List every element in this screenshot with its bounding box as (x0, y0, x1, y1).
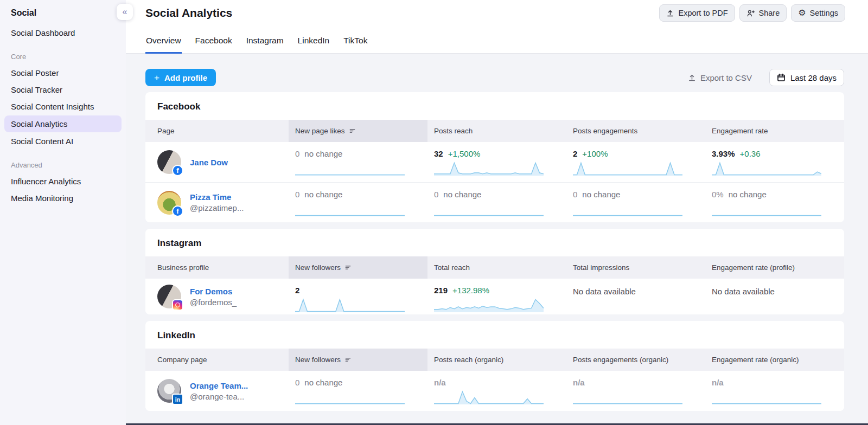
sparkline (573, 202, 682, 216)
column-header-company-page[interactable]: Company page (145, 356, 289, 364)
toolbar: + Add profile Export to CSV Last 28 days (145, 69, 844, 86)
metric-engagement-rate-organic: n/a (705, 371, 844, 404)
metric-value: n/a (573, 378, 585, 387)
metric-posts-engagements-organic: n/a (566, 371, 705, 404)
metric-change: no change (443, 190, 481, 199)
linkedin-card: LinkedIn Company page New followers Post… (145, 321, 844, 411)
column-header-new-page-likes[interactable]: New page likes (289, 120, 427, 142)
settings-button[interactable]: ⚙ Settings (791, 4, 845, 22)
metric-change: +1,500% (448, 149, 481, 158)
metric-value: 0 (573, 190, 577, 199)
metric-value: n/a (434, 378, 446, 387)
avatar[interactable]: f (157, 150, 181, 174)
column-header-engagement-rate-organic[interactable]: Engagement rate (organic) (705, 356, 844, 364)
tab-tiktok[interactable]: TikTok (343, 31, 368, 54)
sidebar-item-media-monitoring[interactable]: Media Monitoring (0, 190, 126, 207)
table-row: f Jane Dow 0no change 32+1,500% (145, 142, 844, 182)
profile-cell: For Demos @fordemos_ (145, 285, 289, 308)
column-label: New followers (295, 263, 341, 272)
column-header-posts-engagements-organic[interactable]: Posts engagements (organic) (566, 356, 705, 364)
export-pdf-button[interactable]: Export to PDF (659, 4, 735, 22)
content: + Add profile Export to CSV Last 28 days (126, 54, 868, 425)
tab-bar: Overview Facebook Instagram LinkedIn Tik… (126, 31, 868, 54)
metric-change: +100% (582, 149, 608, 158)
avatar[interactable] (157, 285, 181, 308)
linkedin-table-header: Company page New followers Posts reach (… (145, 349, 844, 371)
profile-link[interactable]: For Demos (190, 287, 237, 296)
tab-instagram[interactable]: Instagram (246, 31, 284, 54)
sidebar-item-social-analytics[interactable]: Social Analytics (4, 115, 122, 132)
sparkline (434, 390, 544, 404)
sidebar-item-social-content-ai[interactable]: Social Content AI (0, 133, 126, 150)
column-header-page[interactable]: Page (145, 127, 289, 135)
sidebar-section-core: Core (0, 41, 126, 65)
metric-value: 0 (295, 190, 299, 199)
avatar[interactable]: f (157, 191, 181, 215)
metric-value: 0 (434, 190, 438, 199)
column-header-total-impressions[interactable]: Total impressions (566, 263, 705, 272)
header-actions: Export to PDF Share ⚙ Settings (659, 4, 845, 22)
instagram-table-header: Business profile New followers Total rea… (145, 256, 844, 279)
metric-change: no change (729, 190, 767, 199)
profile-handle: @fordemos_ (190, 298, 237, 307)
table-row: in Orange Team... @orange-tea... 0no cha… (145, 371, 844, 411)
metric-change: +132.98% (452, 286, 489, 295)
date-range-label: Last 28 days (790, 73, 837, 82)
sparkline (434, 162, 544, 176)
sidebar-item-social-tracker[interactable]: Social Tracker (0, 81, 126, 98)
metric-value: 0 (295, 378, 299, 387)
profile-link[interactable]: Orange Team... (190, 381, 248, 390)
column-label: New followers (295, 356, 341, 364)
metric-total-impressions: No data available (566, 279, 705, 296)
facebook-badge-icon: f (172, 165, 183, 176)
profile-cell: in Orange Team... @orange-tea... (145, 379, 289, 403)
avatar[interactable]: in (157, 379, 181, 403)
metric-posts-engagements: 0no change (566, 183, 705, 216)
metric-value: 2 (295, 286, 299, 295)
column-header-total-reach[interactable]: Total reach (427, 263, 566, 272)
linkedin-badge-icon: in (172, 394, 183, 405)
column-header-posts-engagements[interactable]: Posts engagements (566, 127, 705, 135)
sparkline (573, 162, 682, 176)
tab-overview[interactable]: Overview (145, 31, 182, 54)
column-header-engagement-rate[interactable]: Engagement rate (705, 127, 844, 135)
settings-label: Settings (810, 9, 838, 17)
sidebar-item-social-poster[interactable]: Social Poster (0, 65, 126, 81)
tab-facebook[interactable]: Facebook (195, 31, 233, 54)
sidebar-collapse-button[interactable]: « (117, 4, 133, 20)
metric-value: 3.93% (712, 149, 735, 158)
sparkline (295, 298, 405, 312)
metric-posts-engagements: 2+100% (566, 142, 705, 176)
app: « Social Social Dashboard Core Social Po… (0, 0, 868, 425)
profile-link[interactable]: Jane Dow (190, 158, 228, 167)
sparkline (295, 390, 405, 404)
column-header-posts-reach-organic[interactable]: Posts reach (organic) (427, 356, 566, 364)
main-area: Social Analytics Export to PDF Share ⚙ (126, 0, 868, 425)
metric-value: 0 (295, 149, 299, 158)
add-profile-label: Add profile (164, 73, 207, 82)
share-button[interactable]: Share (739, 4, 787, 22)
tab-linkedin[interactable]: LinkedIn (297, 31, 330, 54)
metric-engagement-rate-profile: No data available (705, 279, 844, 296)
column-header-new-followers[interactable]: New followers (289, 349, 427, 371)
sidebar-item-social-content-insights[interactable]: Social Content Insights (0, 98, 126, 115)
metric-value: n/a (712, 378, 724, 387)
sparkline (295, 162, 405, 176)
calendar-icon (777, 73, 786, 82)
facebook-badge-icon: f (172, 205, 183, 217)
add-profile-button[interactable]: + Add profile (145, 69, 216, 86)
sidebar-item-social-dashboard[interactable]: Social Dashboard (0, 24, 126, 41)
column-header-business-profile[interactable]: Business profile (145, 263, 289, 272)
export-csv-button[interactable]: Export to CSV (685, 73, 755, 83)
sidebar-item-influencer-analytics[interactable]: Influencer Analytics (0, 173, 126, 190)
gear-icon: ⚙ (798, 9, 806, 17)
profile-link[interactable]: Pizza Time (190, 192, 244, 202)
table-row: For Demos @fordemos_ 2 219+132.98% No da… (145, 279, 844, 314)
upload-icon (666, 9, 674, 17)
column-header-new-followers[interactable]: New followers (289, 256, 427, 279)
column-header-engagement-rate-profile[interactable]: Engagement rate (profile) (705, 263, 844, 272)
column-label: New page likes (295, 127, 345, 135)
date-range-button[interactable]: Last 28 days (769, 69, 844, 86)
metric-change: no change (304, 149, 342, 158)
column-header-posts-reach[interactable]: Posts reach (427, 127, 566, 135)
